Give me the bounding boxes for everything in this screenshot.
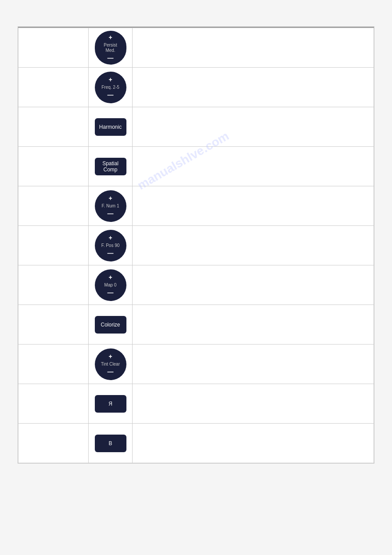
table-row: B [18,424,374,463]
oval-button-f-pos-90[interactable]: +F. Pos 90— [95,230,126,261]
center-cell-r-symbol: Я [89,384,133,424]
plus-icon[interactable]: + [108,352,112,360]
button-label: Persist Med. [99,43,122,53]
button-label: Tint Clear [101,362,120,367]
table-row: +Persist Med.— [18,28,374,68]
left-cell-r-symbol [18,384,89,424]
left-cell-tint-clear [18,345,89,384]
plus-icon[interactable]: + [108,76,112,83]
minus-icon[interactable]: — [108,210,114,218]
left-cell-f-num-1 [18,186,89,226]
right-cell-r-symbol [133,384,374,424]
table-row: +Tint Clear— [18,345,374,384]
rect-button-b-symbol[interactable]: B [95,435,126,452]
right-cell-freq-2-5 [133,68,374,107]
center-cell-map-0: +Map 0— [89,265,133,305]
minus-icon[interactable]: — [108,368,114,376]
table-row: Я [18,384,374,424]
plus-icon[interactable]: + [108,33,112,41]
table-row: Harmonic [18,107,374,147]
right-cell-b-symbol [133,424,374,463]
rect-button-spatial-comp[interactable]: Spatial Comp [95,158,126,175]
center-cell-harmonic: Harmonic [89,107,133,147]
oval-button-tint-clear[interactable]: +Tint Clear— [95,348,126,380]
minus-icon[interactable]: — [108,289,114,297]
plus-icon[interactable]: + [108,234,112,242]
center-cell-b-symbol: B [89,424,133,463]
left-cell-b-symbol [18,424,89,463]
button-label: F. Pos 90 [101,243,120,248]
oval-button-f-num-1[interactable]: +F. Num 1— [95,190,126,222]
center-cell-tint-clear: +Tint Clear— [89,345,133,384]
center-cell-f-pos-90: +F. Pos 90— [89,226,133,265]
center-cell-f-num-1: +F. Num 1— [89,186,133,226]
center-cell-spatial-comp: Spatial Comp [89,147,133,186]
right-cell-f-num-1 [133,186,374,226]
right-cell-harmonic [133,107,374,147]
minus-icon[interactable]: — [108,249,114,257]
left-cell-f-pos-90 [18,226,89,265]
left-cell-map-0 [18,265,89,305]
oval-button-freq-2-5[interactable]: +Freq. 2-5— [95,72,126,103]
center-cell-persist-med: +Persist Med.— [89,28,133,68]
plus-icon[interactable]: + [108,273,112,281]
left-cell-colorize [18,305,89,345]
right-cell-tint-clear [133,345,374,384]
minus-icon[interactable]: — [108,54,114,62]
left-cell-freq-2-5 [18,68,89,107]
left-cell-spatial-comp [18,147,89,186]
plus-icon[interactable]: + [108,194,112,202]
rect-button-r-symbol[interactable]: Я [95,395,126,413]
button-label: F. Num 1 [101,203,119,209]
rect-button-colorize[interactable]: Colorize [95,316,126,334]
rect-button-harmonic[interactable]: Harmonic [95,118,126,136]
left-cell-harmonic [18,107,89,147]
oval-button-map-0[interactable]: +Map 0— [95,269,126,301]
table-row: +Freq. 2-5— [18,68,374,107]
right-cell-colorize [133,305,374,345]
right-cell-map-0 [133,265,374,305]
table-row: +F. Num 1— [18,186,374,226]
right-cell-f-pos-90 [133,226,374,265]
minus-icon[interactable]: — [108,91,114,99]
main-table: +Persist Med.—+Freq. 2-5—HarmonicSpatial… [18,28,374,463]
right-cell-spatial-comp [133,147,374,186]
left-cell-persist-med [18,28,89,68]
button-label: Map 0 [104,283,117,288]
center-cell-freq-2-5: +Freq. 2-5— [89,68,133,107]
table-row: +F. Pos 90— [18,226,374,265]
oval-button-persist-med[interactable]: +Persist Med.— [95,31,126,64]
table-row: Spatial Comp [18,147,374,186]
center-cell-colorize: Colorize [89,305,133,345]
table-row: +Map 0— [18,265,374,305]
button-label: Freq. 2-5 [101,85,119,90]
right-cell-persist-med [133,28,374,68]
table-row: Colorize [18,305,374,345]
